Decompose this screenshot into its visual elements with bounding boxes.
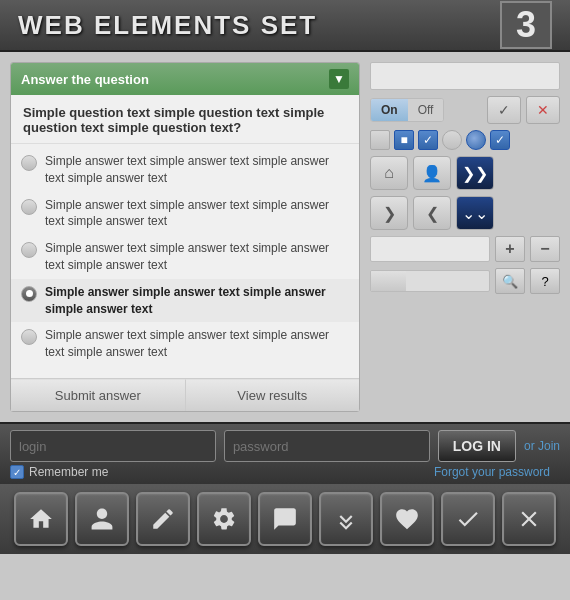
nav-row-2: ❯ ❮ ⌄⌄ [370, 196, 560, 230]
prev-nav-button[interactable]: ❮ [413, 196, 451, 230]
remember-label: Remember me [29, 465, 108, 479]
checkbox-checked-blue[interactable]: ■ [394, 130, 414, 150]
answer-text: Simple answer text simple answer text si… [45, 327, 349, 361]
dropdown-icon[interactable]: ▼ [329, 69, 349, 89]
answer-item[interactable]: Simple answer simple answer text simple … [11, 279, 359, 323]
widget-text-input[interactable] [370, 62, 560, 90]
user-icon-tile[interactable] [75, 492, 129, 546]
check-icon-tile[interactable] [441, 492, 495, 546]
home-nav-button[interactable]: ⌂ [370, 156, 408, 190]
quantity-input[interactable] [370, 236, 490, 262]
login-top-row: LOG IN or Join [0, 424, 570, 462]
forgot-password-link[interactable]: Forgot your password [434, 465, 550, 479]
login-section: LOG IN or Join ✓ Remember me Forgot your… [0, 422, 570, 484]
toggle-row: On Off ✓ ✕ [370, 96, 560, 124]
toggle-group[interactable]: On Off [370, 98, 444, 122]
answers-list: Simple answer text simple answer text si… [11, 144, 359, 378]
heart-icon-tile[interactable] [380, 492, 434, 546]
header-title: WEB ELEMENTS SET [18, 10, 317, 41]
header-number: 3 [500, 1, 552, 49]
login-input[interactable] [10, 430, 216, 462]
edit-icon-tile[interactable] [136, 492, 190, 546]
answer-text: Simple answer text simple answer text si… [45, 153, 349, 187]
answer-item[interactable]: Simple answer text simple answer text si… [11, 192, 359, 236]
user-nav-button[interactable]: 👤 [413, 156, 451, 190]
radio-circle [21, 199, 37, 215]
radio-circle [21, 242, 37, 258]
submit-answer-button[interactable]: Submit answer [11, 379, 186, 411]
input-plus-row: + − [370, 236, 560, 262]
radio-circle [21, 329, 37, 345]
radio-checkmark[interactable]: ✓ [490, 130, 510, 150]
password-input[interactable] [224, 430, 430, 462]
question-buttons: Submit answer View results [11, 378, 359, 411]
gear-icon-tile[interactable] [197, 492, 251, 546]
question-header-label: Answer the question [21, 72, 149, 87]
close-button[interactable]: ✕ [526, 96, 560, 124]
login-button[interactable]: LOG IN [438, 430, 516, 462]
progress-fill [371, 271, 406, 291]
nav-row-1: ⌂ 👤 ❯❯ [370, 156, 560, 190]
icon-bar [0, 484, 570, 554]
double-chevron-button[interactable]: ⌄⌄ [456, 196, 494, 230]
answer-item[interactable]: Simple answer text simple answer text si… [11, 235, 359, 279]
close-icon-tile[interactable] [502, 492, 556, 546]
view-results-button[interactable]: View results [186, 379, 360, 411]
home-icon-tile[interactable] [14, 492, 68, 546]
login-bottom-row: ✓ Remember me Forgot your password [0, 462, 570, 484]
question-text: Simple question text simple question tex… [11, 95, 359, 144]
chat-icon-tile[interactable] [258, 492, 312, 546]
answer-item[interactable]: Simple answer text simple answer text si… [11, 322, 359, 366]
question-panel: Answer the question ▼ Simple question te… [10, 62, 360, 412]
chevron-down-icon-tile[interactable] [319, 492, 373, 546]
minus-button[interactable]: − [530, 236, 560, 262]
remember-checkbox[interactable]: ✓ [10, 465, 24, 479]
radio-circle [21, 155, 37, 171]
radio-selected[interactable] [466, 130, 486, 150]
next-nav-button[interactable]: ❯ [370, 196, 408, 230]
checkbox-row: ■ ✓ ✓ [370, 130, 560, 150]
checkmark-button[interactable]: ✓ [487, 96, 521, 124]
search-button[interactable]: 🔍 [495, 268, 525, 294]
question-header: Answer the question ▼ [11, 63, 359, 95]
radio-circle [21, 286, 37, 302]
radio-empty[interactable] [442, 130, 462, 150]
toggle-off[interactable]: Off [408, 99, 444, 121]
main-area: Answer the question ▼ Simple question te… [0, 52, 570, 422]
toggle-on[interactable]: On [371, 99, 408, 121]
answer-text: Simple answer text simple answer text si… [45, 197, 349, 231]
chevron-down-nav-button[interactable]: ❯❯ [456, 156, 494, 190]
progress-row: 🔍 ? [370, 268, 560, 294]
widget-panel: On Off ✓ ✕ ■ ✓ ✓ ⌂ 👤 ❯❯ ❯ ❮ ⌄⌄ [370, 62, 560, 412]
help-button[interactable]: ? [530, 268, 560, 294]
widget-input-row [370, 62, 560, 90]
header: WEB ELEMENTS SET 3 [0, 0, 570, 52]
answer-item[interactable]: Simple answer text simple answer text si… [11, 148, 359, 192]
plus-button[interactable]: + [495, 236, 525, 262]
checkbox-empty[interactable] [370, 130, 390, 150]
answer-text: Simple answer text simple answer text si… [45, 240, 349, 274]
or-join-link[interactable]: or Join [524, 439, 560, 453]
checkbox-checkmark[interactable]: ✓ [418, 130, 438, 150]
answer-text: Simple answer simple answer text simple … [45, 284, 349, 318]
progress-bar [370, 270, 490, 292]
